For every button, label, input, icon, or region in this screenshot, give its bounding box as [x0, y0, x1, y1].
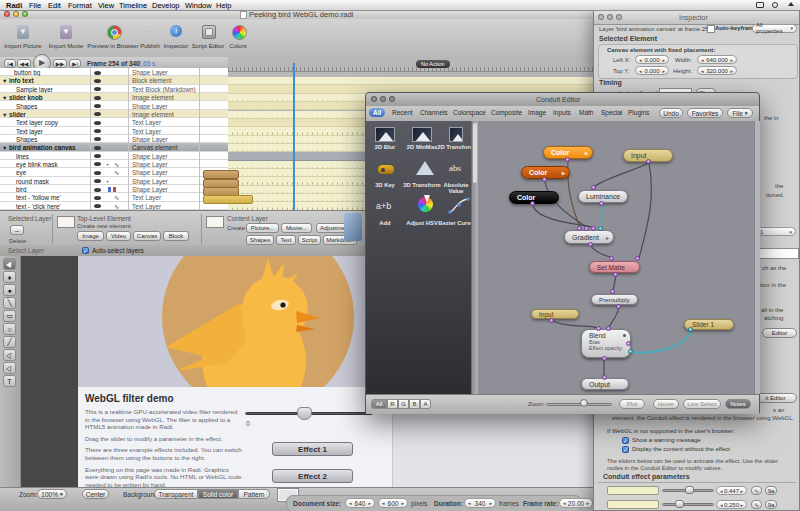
delete-layer-button[interactable]: – — [10, 225, 24, 235]
duration-stepper[interactable]: ◂340▸ — [464, 498, 496, 508]
rewind-button[interactable]: ◀◀ — [17, 59, 31, 68]
forward-button[interactable]: ▶▶ — [53, 59, 67, 68]
minimize-button[interactable] — [13, 11, 19, 17]
stepper-left-icon[interactable]: ◂ — [720, 488, 723, 494]
create-canvas-button[interactable]: Canvas — [133, 231, 161, 241]
input-node[interactable]: Input — [531, 309, 579, 319]
param2-slider-thumb[interactable] — [675, 500, 684, 508]
port-dot[interactable] — [609, 256, 614, 261]
eye-icon[interactable] — [94, 129, 101, 133]
file-menu-button[interactable]: File▾ — [727, 108, 753, 118]
stepper-left-icon[interactable]: ◂ — [468, 500, 471, 506]
layer-row[interactable]: Text layerText Layer — [0, 127, 228, 135]
param1-curve-button[interactable]: ∿ — [751, 486, 762, 495]
hover-button[interactable]: Hover — [653, 399, 679, 409]
param2-stepper[interactable]: ◂0.250▸ — [716, 500, 747, 509]
direct-select-tool[interactable]: ▷ — [3, 362, 16, 374]
layer-row[interactable]: ShapesShape Layer — [0, 135, 228, 143]
eye-icon[interactable] — [94, 171, 101, 175]
node-thumbnail[interactable] — [449, 127, 463, 142]
port-dot[interactable] — [588, 242, 593, 247]
pen-tool[interactable]: ♦ — [3, 271, 16, 283]
clipped-editor-button[interactable]: it Editor — [754, 393, 797, 403]
layer-row[interactable]: Sample layerText Block (Markdown) — [0, 85, 228, 93]
port-dot[interactable] — [591, 226, 596, 231]
tab-recent[interactable]: Recent — [388, 108, 417, 117]
tab-inputs[interactable]: Inputs — [549, 108, 575, 117]
abs-glyph[interactable]: abs — [449, 163, 461, 173]
layer-name[interactable]: slider knob — [9, 94, 43, 101]
eye-icon[interactable] — [94, 204, 101, 208]
layer-name[interactable]: Text layer copy — [16, 119, 58, 126]
bg-transparent-button[interactable]: Transparent — [154, 489, 198, 499]
preview-in-browser-button[interactable]: Preview in Browser — [88, 23, 138, 53]
port-dot[interactable] — [616, 304, 621, 309]
tab-image[interactable]: Image — [524, 108, 550, 117]
import-movie-button[interactable]: ▼ Import Movie — [46, 23, 86, 53]
stepper-left-icon[interactable]: ◂ — [720, 502, 723, 508]
menu-window[interactable]: Window — [185, 1, 212, 10]
pencil-tool[interactable]: ╱ — [3, 336, 16, 348]
layer-row[interactable]: birdShape Layer — [0, 185, 228, 193]
submenu-arrow-icon[interactable]: ▸ — [562, 169, 565, 176]
stepper-right-icon[interactable]: ▸ — [662, 68, 665, 74]
port-dot[interactable] — [598, 226, 603, 231]
import-picture-button[interactable]: ▼ Import Picture — [2, 23, 44, 53]
disclosure-icon[interactable]: ▼ — [2, 112, 7, 118]
tab-all[interactable]: All — [369, 108, 385, 117]
menu-file[interactable]: File — [29, 1, 41, 10]
effect1-button[interactable]: Effect 1 — [272, 442, 353, 456]
port-dot[interactable] — [646, 159, 651, 164]
eye-icon[interactable] — [94, 137, 101, 141]
port-dot[interactable] — [610, 289, 615, 294]
text-tool[interactable]: T — [3, 375, 16, 387]
layer-name[interactable]: text - 'follow me' — [16, 194, 61, 201]
node-menu-dot[interactable] — [623, 334, 626, 337]
graph-scrollbar[interactable] — [754, 121, 760, 394]
node-thumbnail[interactable] — [412, 127, 432, 142]
colors-button[interactable]: Colors — [226, 23, 250, 53]
layer-row[interactable]: Text layer copyText Layer — [0, 118, 228, 126]
disclosure-icon[interactable]: ▼ — [2, 78, 7, 84]
menu-format[interactable]: Format — [68, 1, 92, 10]
warning-checkbox[interactable]: ✓ — [622, 437, 629, 444]
eye-icon[interactable] — [94, 104, 101, 108]
layer-name[interactable]: slider — [9, 111, 26, 118]
stepper-right-icon[interactable]: ▸ — [730, 68, 733, 74]
port-dot[interactable] — [542, 177, 547, 182]
display-content-checkbox[interactable]: ✓ — [622, 446, 629, 453]
layer-row[interactable]: text - 'click here'∿Text Layer — [0, 202, 228, 210]
timeline-ruler[interactable] — [228, 57, 600, 72]
stepper-right-icon[interactable]: ▸ — [489, 500, 492, 506]
graph-zoom-track[interactable] — [546, 403, 612, 406]
port-dot[interactable] — [613, 272, 618, 277]
live-select-button[interactable]: Live Select — [683, 399, 721, 409]
zoom-button[interactable] — [616, 14, 622, 20]
eye-icon[interactable] — [94, 112, 101, 116]
clipped-input[interactable] — [756, 248, 799, 259]
eye-icon[interactable] — [94, 196, 101, 200]
eye-icon[interactable] — [94, 162, 101, 166]
eye-icon[interactable] — [94, 87, 101, 91]
premultiply-node[interactable]: Premultiply — [591, 294, 638, 305]
create-video-button[interactable]: Video — [106, 231, 131, 241]
node-select-tool[interactable]: ▷ — [3, 349, 16, 361]
script-editor-button[interactable]: Script Editor — [191, 23, 225, 53]
port-dot[interactable] — [599, 201, 604, 206]
menu-apple-radi[interactable]: Radi — [6, 1, 22, 10]
layer-name[interactable]: bird — [16, 186, 27, 193]
create-text-button[interactable]: Text — [276, 235, 296, 245]
port-dot[interactable] — [591, 185, 596, 190]
graph-zoom-thumb[interactable] — [580, 399, 588, 407]
eye-icon[interactable] — [94, 121, 101, 125]
conduit-title-bar[interactable]: Conduit Editor — [366, 93, 759, 107]
stepper-right-icon[interactable]: ▸ — [401, 500, 404, 506]
stepper-left-icon[interactable]: ◂ — [701, 57, 704, 63]
height-stepper[interactable]: ◂320.000▸ — [697, 66, 737, 75]
layer-name[interactable]: info text — [9, 77, 34, 84]
port-dot[interactable] — [596, 326, 601, 331]
properties-dropdown[interactable]: All properties▾ — [752, 24, 797, 33]
go-end-button[interactable]: ▶| — [69, 59, 81, 68]
node-thumbnail[interactable] — [375, 127, 395, 142]
keyframe-block[interactable] — [203, 170, 239, 179]
